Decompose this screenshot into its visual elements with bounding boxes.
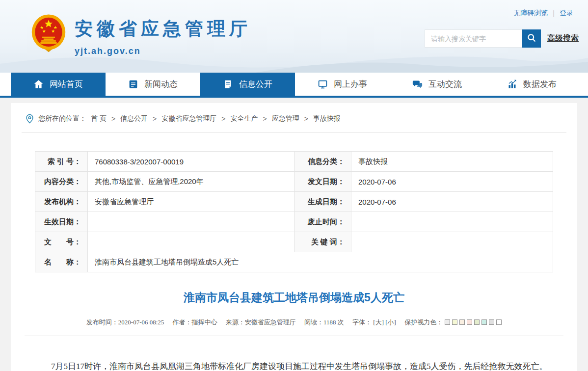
eye-protection-swatch[interactable] <box>496 319 502 325</box>
source: 来源：安徽省应急管理厅 <box>226 318 296 326</box>
login-link[interactable]: 登录 <box>560 9 573 18</box>
font-smaller-button[interactable]: [小] <box>385 318 396 326</box>
location-pin-icon <box>26 114 34 124</box>
eye-protection-swatch[interactable] <box>467 319 472 325</box>
table-row: 内容分类： 其他,市场监管、应急管理,2020年 发文日期： 2020-07-0… <box>35 172 553 192</box>
site-header: 安徽省应急管理厅 yjt.ah.gov.cn 无障碍浏览 | 登录 高级搜索 <box>0 0 588 73</box>
breadcrumb-separator: > <box>153 115 157 123</box>
field-value-effective-date <box>88 212 294 232</box>
search-input[interactable] <box>425 29 522 48</box>
field-value-info-category: 事故快报 <box>351 152 553 172</box>
breadcrumb-prefix: 您所在的位置： <box>38 114 86 123</box>
nav-tab-label: 数据发布 <box>523 79 557 90</box>
field-label-publisher: 发布机构： <box>35 192 88 212</box>
font-size-label: 字体： <box>352 318 372 326</box>
article-body-paragraph: 7月5日17时许，淮南市凤台县凤凰湖三角地带标准化厂房建设项目施工过程中发生塔吊… <box>11 359 577 371</box>
nav-tab-label: 新闻动态 <box>144 79 178 90</box>
eye-protection-swatch[interactable] <box>452 319 457 325</box>
field-value-keywords <box>351 232 553 252</box>
top-links: 无障碍浏览 | 登录 <box>513 9 573 18</box>
field-label-content-category: 内容分类： <box>35 172 88 192</box>
site-brand[interactable]: 安徽省应急管理厅 yjt.ah.gov.cn <box>30 14 251 56</box>
breadcrumb-separator: > <box>221 115 225 123</box>
site-title: 安徽省应急管理厅 <box>75 17 251 41</box>
publish-time: 发布时间：2020-07-06 08:25 <box>86 318 164 326</box>
main-nav: 网站首页 新闻动态 <box>0 73 588 98</box>
site-url: yjt.ah.gov.cn <box>75 46 251 56</box>
font-size-control: 字体： [大] [小] <box>352 318 398 326</box>
eye-protection-swatch[interactable] <box>489 319 494 325</box>
breadcrumb-separator: > <box>111 115 115 123</box>
search-button[interactable] <box>522 29 541 48</box>
read-count: 阅读：1188 次 <box>304 318 344 326</box>
font-larger-button[interactable]: [大] <box>373 318 384 326</box>
advanced-search-link[interactable]: 高级搜索 <box>547 33 579 44</box>
nav-tab-label: 互动交流 <box>428 79 462 90</box>
field-label-doc-number: 文 号： <box>35 232 88 252</box>
eye-protection-swatch[interactable] <box>474 319 480 325</box>
document-icon <box>223 79 233 89</box>
eye-protection-label: 保护视力色： <box>404 318 443 326</box>
breadcrumb-item-emergency-mgmt[interactable]: 应急管理 <box>272 114 299 123</box>
field-label-issue-date: 发文日期： <box>294 172 351 192</box>
eye-protection-swatch[interactable] <box>459 319 465 325</box>
field-value-doc-number <box>88 232 294 252</box>
field-value-issue-date: 2020-07-06 <box>351 172 553 192</box>
field-value-index-number: 76080338-3/202007-00019 <box>88 152 294 172</box>
article-title: 淮南市凤台县建筑工地塔吊倒塌造成5人死亡 <box>11 290 577 305</box>
monitor-icon <box>318 79 328 89</box>
breadcrumb-item-accident-bulletin[interactable]: 事故快报 <box>313 114 341 123</box>
nav-tab-online-services[interactable]: 网上办事 <box>295 73 390 96</box>
table-row: 文 号： 关 键 词： <box>35 232 553 252</box>
nav-tab-label: 网站首页 <box>50 79 83 90</box>
table-row: 生效日期： 废止时间： <box>35 212 553 232</box>
field-value-generate-date: 2020-07-06 <box>351 192 553 212</box>
eye-protection-swatch[interactable] <box>445 319 450 325</box>
breadcrumb-item-home[interactable]: 首 页 <box>91 114 107 123</box>
eye-protection-control: 保护视力色： <box>404 318 502 326</box>
field-label-effective-date: 生效日期： <box>35 212 88 232</box>
chat-icon <box>412 79 423 89</box>
nav-tabs: 网站首页 新闻动态 <box>11 73 579 96</box>
field-label-info-category: 信息分类： <box>294 152 351 172</box>
search-icon <box>527 33 536 44</box>
table-row: 发布机构： 安徽省应急管理厅 生成日期： 2020-07-06 <box>35 192 553 212</box>
breadcrumb-item-department[interactable]: 安徽省应急管理厅 <box>161 114 216 123</box>
accessibility-link[interactable]: 无障碍浏览 <box>513 9 548 18</box>
table-row: 索 引 号： 76080338-3/202007-00019 信息分类： 事故快… <box>35 152 553 172</box>
field-label-generate-date: 生成日期： <box>294 192 351 212</box>
news-icon <box>128 79 138 89</box>
document-info-table: 索 引 号： 76080338-3/202007-00019 信息分类： 事故快… <box>35 151 553 272</box>
breadcrumb-item-work-safety[interactable]: 安全生产 <box>230 114 258 123</box>
field-label-repeal-date: 废止时间： <box>294 212 351 232</box>
nav-tab-label: 信息公开 <box>239 79 272 90</box>
nav-tab-home[interactable]: 网站首页 <box>11 73 106 96</box>
article-divider <box>25 336 563 336</box>
table-row: 名 称： 淮南市凤台县建筑工地塔吊倒塌造成5人死亡 <box>35 252 553 272</box>
breadcrumb-separator: > <box>263 115 267 123</box>
article-meta: 发布时间：2020-07-06 08:25 作者：指挥中心 来源：安徽省应急管理… <box>11 318 577 327</box>
field-label-keywords: 关 键 词： <box>294 232 351 252</box>
nav-tab-label: 网上办事 <box>334 79 367 90</box>
nav-tab-info-disclosure[interactable]: 信息公开 <box>200 73 295 96</box>
field-label-name: 名 称： <box>35 252 88 272</box>
top-links-divider: | <box>553 9 555 17</box>
author: 作者：指挥中心 <box>173 318 217 326</box>
nav-tab-data-release[interactable]: 数据发布 <box>484 73 579 96</box>
content-card: 您所在的位置： 首 页 > 信息公开 > 安徽省应急管理厅 > 安全生产 > 应… <box>11 103 577 371</box>
nav-tab-interaction[interactable]: 互动交流 <box>390 73 484 96</box>
field-value-name: 淮南市凤台县建筑工地塔吊倒塌造成5人死亡 <box>88 252 553 272</box>
breadcrumb-item-info-disclosure[interactable]: 信息公开 <box>120 114 148 123</box>
field-value-content-category: 其他,市场监管、应急管理,2020年 <box>88 172 294 192</box>
chart-icon <box>507 79 517 89</box>
page: 安徽省应急管理厅 yjt.ah.gov.cn 无障碍浏览 | 登录 高级搜索 <box>0 0 588 371</box>
field-value-repeal-date <box>351 212 553 232</box>
eye-protection-swatch[interactable] <box>481 319 487 325</box>
breadcrumb-separator: > <box>304 115 308 123</box>
breadcrumb: 您所在的位置： 首 页 > 信息公开 > 安徽省应急管理厅 > 安全生产 > 应… <box>11 103 577 124</box>
nav-tab-news[interactable]: 新闻动态 <box>106 73 200 96</box>
field-label-index-number: 索 引 号： <box>35 152 88 172</box>
field-value-publisher: 安徽省应急管理厅 <box>88 192 294 212</box>
home-icon <box>33 79 44 89</box>
national-emblem-logo <box>30 14 67 56</box>
